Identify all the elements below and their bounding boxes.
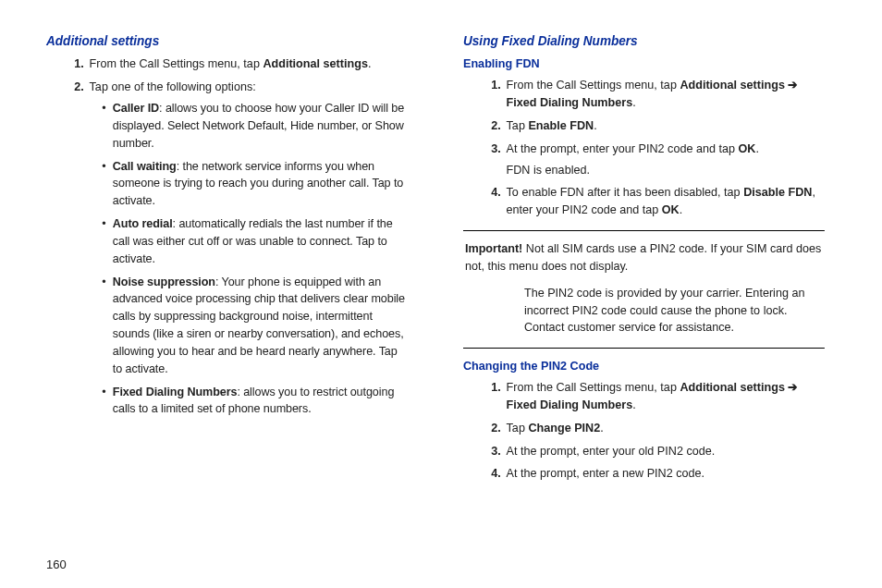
bold-term: OK	[739, 141, 756, 155]
subsection-heading: Enabling FDN	[463, 55, 825, 73]
section-heading: Additional settings	[46, 31, 408, 50]
left-column: Additional settings 1. From the Call Set…	[46, 31, 408, 564]
text-fragment: Tap	[507, 118, 529, 132]
bold-term: OK	[662, 202, 680, 216]
divider	[463, 230, 825, 231]
important-paragraph: The PIN2 code is provided by your carrie…	[465, 285, 823, 337]
text-fragment: .	[680, 202, 683, 216]
step-number: 1.	[479, 379, 500, 397]
step-text: At the prompt, enter your old PIN2 code.	[507, 444, 716, 458]
bold-term: Additional settings	[680, 78, 784, 92]
bold-term: Call waiting	[113, 159, 177, 173]
text-fragment: At the prompt, enter your PIN2 code and …	[507, 141, 739, 155]
bold-term: Fixed Dialing Numbers	[507, 95, 633, 109]
step-item: 2. Tap one of the following options: Cal…	[90, 79, 408, 418]
bold-term: Auto redial	[113, 216, 173, 230]
bold-term: Fixed Dialing Numbers	[113, 385, 238, 398]
step-number: 2.	[479, 420, 500, 437]
step-item: 3. At the prompt, enter your PIN2 code a…	[507, 141, 825, 179]
step-item: 3. At the prompt, enter your old PIN2 co…	[507, 443, 825, 460]
step-text: Tap Enable FDN.	[507, 118, 597, 132]
step-item: 2. Tap Change PIN2.	[507, 420, 825, 437]
step-text: To enable FDN after it has been disabled…	[507, 185, 815, 216]
right-column: Using Fixed Dialing Numbers Enabling FDN…	[463, 31, 825, 564]
step-item: 4. At the prompt, enter a new PIN2 code.	[507, 465, 825, 483]
subsection-heading: Changing the PIN2 Code	[463, 358, 825, 375]
text-fragment: From the Call Settings menu, tap	[90, 56, 263, 70]
text-fragment: .	[368, 56, 372, 70]
step-number: 4.	[479, 184, 500, 202]
arrow-icon: ➔	[785, 78, 798, 92]
important-label: Important!	[465, 241, 522, 255]
step-number: 2.	[479, 117, 500, 135]
text-fragment: From the Call Settings menu, tap	[507, 380, 680, 394]
bold-term: Change PIN2	[528, 421, 600, 435]
steps-list: 1. From the Call Settings menu, tap Addi…	[46, 55, 408, 418]
step-item: 4. To enable FDN after it has been disab…	[507, 184, 825, 219]
important-paragraph: Important! Not all SIM cards use a PIN2 …	[465, 240, 823, 276]
section-heading: Using Fixed Dialing Numbers	[463, 31, 825, 50]
step-number: 4.	[479, 465, 500, 483]
step-text: From the Call Settings menu, tap Additio…	[90, 56, 372, 70]
bold-term: Noise suppression	[113, 275, 215, 288]
step-text: From the Call Settings menu, tap Additio…	[507, 78, 799, 109]
step-text: At the prompt, enter your PIN2 code and …	[507, 141, 759, 155]
manual-page: Additional settings 1. From the Call Set…	[0, 0, 882, 588]
bullet-item: Caller ID: allows you to choose how your…	[102, 100, 408, 153]
step-note: FDN is enabled.	[507, 162, 825, 179]
bullet-item: Fixed Dialing Numbers: allows you to res…	[102, 384, 408, 419]
page-number: 160	[46, 557, 67, 571]
step-number: 1.	[479, 77, 500, 94]
step-item: 1. From the Call Settings menu, tap Addi…	[90, 55, 408, 73]
text-fragment: To enable FDN after it has been disabled…	[507, 185, 744, 199]
arrow-icon: ➔	[785, 380, 798, 394]
text-fragment: Tap	[507, 421, 529, 435]
step-item: 1. From the Call Settings menu, tap Addi…	[507, 379, 825, 414]
steps-list: 1. From the Call Settings menu, tap Addi…	[463, 379, 825, 483]
bullet-item: Noise suppression: Your phone is equippe…	[102, 274, 408, 378]
important-note: Important! Not all SIM cards use a PIN2 …	[463, 240, 825, 337]
bold-term: Caller ID	[113, 101, 159, 115]
bold-term: Additional settings	[263, 56, 367, 70]
step-item: 1. From the Call Settings menu, tap Addi…	[507, 77, 825, 112]
steps-list: 1. From the Call Settings menu, tap Addi…	[463, 77, 825, 219]
divider	[463, 348, 825, 349]
bold-term: Fixed Dialing Numbers	[507, 398, 633, 411]
bullet-item: Auto redial: automatically redials the l…	[102, 215, 408, 268]
step-text: From the Call Settings menu, tap Additio…	[507, 380, 799, 411]
text-fragment: : Your phone is equipped with an advance…	[113, 275, 405, 375]
step-text: Tap Change PIN2.	[507, 421, 604, 435]
step-text: At the prompt, enter a new PIN2 code.	[507, 466, 704, 480]
bold-term: Additional settings	[680, 380, 784, 394]
step-number: 1.	[62, 55, 83, 73]
text-fragment: .	[600, 421, 604, 435]
text-fragment: .	[632, 398, 636, 411]
text-fragment: From the Call Settings menu, tap	[507, 78, 680, 92]
step-number: 3.	[479, 141, 500, 158]
text-fragment: .	[632, 95, 636, 109]
step-number: 3.	[479, 443, 500, 460]
bold-term: Enable FDN	[528, 118, 594, 132]
bullet-list: Caller ID: allows you to choose how your…	[90, 100, 408, 418]
bullet-item: Call waiting: the network service inform…	[102, 158, 408, 211]
text-fragment: .	[755, 141, 759, 155]
step-number: 2.	[62, 79, 83, 96]
bold-term: Disable FDN	[743, 185, 812, 199]
text-fragment: .	[594, 118, 597, 132]
step-text: Tap one of the following options:	[90, 80, 256, 93]
step-item: 2. Tap Enable FDN.	[507, 117, 825, 135]
